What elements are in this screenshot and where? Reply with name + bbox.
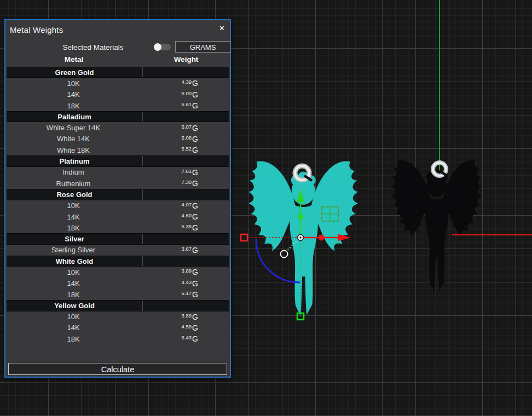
weight-number: 3.67 (182, 246, 192, 252)
gizmo-red-square-handle[interactable] (241, 234, 247, 241)
weight-value: 5.00G (142, 90, 198, 99)
close-icon[interactable]: ✕ (219, 24, 225, 33)
group-header-row[interactable]: Rose Gold (7, 189, 229, 200)
weight-number: 7.61 (182, 168, 192, 174)
group-weight-cell (142, 112, 229, 122)
gizmo-circle-handle[interactable] (281, 251, 288, 258)
weight-value: 5.08G (142, 135, 198, 143)
weight-unit: G (192, 313, 198, 321)
dialog-title: Metal Weights (10, 25, 63, 34)
metal-row[interactable]: 14K4.60G (5, 211, 230, 222)
weight-unit: G (192, 223, 198, 232)
calculate-button[interactable]: Calculate (8, 363, 227, 375)
metal-row[interactable]: White 18K5.52G (5, 145, 230, 155)
selected-materials-label: Selected Materials (38, 43, 148, 51)
weight-number: 4.39 (182, 79, 192, 85)
weight-unit: G (192, 212, 198, 221)
group-header-row[interactable]: White Gold (7, 256, 229, 267)
group-weight-cell (142, 156, 229, 166)
metal-label: 14K (5, 323, 141, 332)
weight-number: 4.07 (182, 201, 192, 207)
table-header-row: Metal Weight (5, 55, 230, 66)
metal-weights-dialog: Metal Weights ✕ Selected Materials GRAMS… (4, 19, 231, 378)
weight-value: 7.30G (142, 179, 198, 188)
metal-column-header: Metal (5, 55, 142, 66)
metal-row[interactable]: 18K5.61G (5, 100, 230, 111)
weight-number: 5.52 (182, 146, 192, 152)
weight-unit: G (192, 268, 198, 276)
weight-number: 4.43 (182, 279, 192, 285)
weight-number: 5.08 (182, 135, 192, 141)
metal-label: 10K (5, 79, 141, 88)
metal-row[interactable]: Sterling Silver3.67G (5, 245, 230, 256)
weight-number: 5.17 (182, 290, 192, 296)
metal-table-body: Green Gold10K4.39G14K5.00G18K5.61GPallad… (5, 67, 230, 344)
group-header-row[interactable]: Silver (7, 233, 229, 244)
selected-materials-toggle[interactable] (154, 44, 171, 50)
weight-number: 4.59 (182, 323, 192, 330)
group-weight-cell (142, 189, 229, 199)
metal-row[interactable]: White 14K5.08G (5, 134, 230, 145)
gizmo-x-dot-handle (319, 235, 325, 241)
group-name: Rose Gold (7, 190, 142, 199)
metal-row[interactable]: Ruthenium7.30G (5, 178, 230, 189)
group-name: Platinum (7, 157, 142, 165)
group-weight-cell (142, 256, 229, 266)
group-name: Yellow Gold (7, 302, 142, 310)
group-weight-cell (142, 301, 229, 310)
group-name: Palladium (7, 113, 142, 121)
weight-value: 3.67G (142, 246, 198, 255)
metal-row[interactable]: Iridium7.61G (5, 167, 230, 178)
weight-number: 5.61 (182, 101, 192, 107)
metal-label: Iridium (5, 168, 141, 176)
group-header-row[interactable]: Yellow Gold (7, 300, 229, 311)
metal-label: 10K (5, 313, 141, 321)
metal-row[interactable]: 10K4.39G (5, 78, 230, 89)
weight-number: 5.07 (182, 124, 192, 130)
weight-unit: G (192, 323, 198, 332)
gizmo-y-dot-handle (298, 214, 304, 220)
metal-label: 14K (5, 279, 141, 287)
weight-unit: G (192, 146, 198, 154)
metal-row[interactable]: 10K3.89G (5, 311, 230, 322)
weight-number: 5.00 (182, 90, 192, 96)
metal-row[interactable]: 18K5.35G (5, 222, 230, 233)
metal-row[interactable]: 10K3.89G (5, 267, 230, 278)
metal-row[interactable]: White Super 14K5.07G (5, 122, 230, 133)
weight-value: 5.17G (142, 290, 198, 299)
weight-number: 5.43 (182, 334, 192, 340)
weight-value: 4.39G (142, 79, 198, 88)
metal-label: Ruthenium (5, 180, 141, 188)
weight-unit: G (192, 101, 198, 110)
metal-row[interactable]: 14K4.43G (5, 278, 230, 289)
gizmo-origin-center (299, 236, 302, 239)
metal-label: Sterling Silver (5, 246, 141, 254)
units-button[interactable]: GRAMS (175, 41, 230, 53)
weight-number: 3.89 (182, 313, 192, 319)
metal-label: 18K (5, 291, 141, 299)
weight-value: 4.59G (142, 323, 198, 332)
weight-number: 7.30 (182, 179, 192, 185)
group-weight-cell (142, 234, 229, 244)
weight-value: 5.43G (142, 334, 198, 343)
weight-value: 4.07G (142, 201, 198, 210)
metal-row[interactable]: 10K4.07G (5, 200, 230, 211)
model-angel-unselected[interactable] (391, 160, 482, 292)
metal-row[interactable]: 18K5.17G (5, 289, 230, 300)
metal-row[interactable]: 18K5.43G (5, 333, 230, 344)
group-header-row[interactable]: Palladium (7, 111, 229, 122)
group-header-row[interactable]: Green Gold (7, 67, 229, 78)
metal-label: White 14K (5, 135, 141, 143)
weight-unit: G (192, 135, 198, 143)
weight-value: 7.61G (142, 168, 198, 177)
group-name: Silver (7, 235, 142, 243)
metal-row[interactable]: 14K5.00G (5, 89, 230, 100)
weight-unit: G (192, 90, 198, 99)
metal-label: White 18K (5, 146, 141, 154)
weight-value: 5.61G (142, 101, 198, 110)
metal-row[interactable]: 14K4.59G (5, 322, 230, 333)
metal-label: 10K (5, 268, 141, 276)
weight-value: 3.89G (142, 268, 198, 276)
group-header-row[interactable]: Platinum (7, 155, 229, 166)
metal-label: 14K (5, 90, 141, 99)
